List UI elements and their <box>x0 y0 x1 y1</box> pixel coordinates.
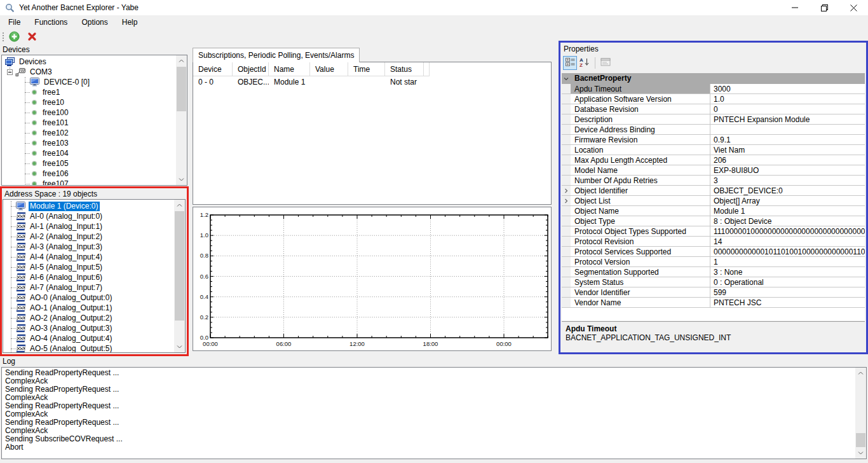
tree-item-devices[interactable]: Devices <box>2 57 176 67</box>
tree-item-free101[interactable]: free101 <box>2 118 176 128</box>
object-item-ao-3-analog-output-3[interactable]: AO-3 (Analog_Output:3) <box>3 323 174 333</box>
object-item-ai-0-analog-input-0[interactable]: AI-0 (Analog_Input:0) <box>3 211 174 221</box>
property-row-object-type[interactable]: Object Type8 : Object Device <box>562 216 865 226</box>
collapse-chevron-icon[interactable] <box>562 73 571 84</box>
property-category-row[interactable]: BacnetProperty <box>562 73 865 84</box>
property-row-location[interactable]: LocationViet Nam <box>562 145 865 155</box>
property-row-protocol-version[interactable]: Protocol Version1 <box>562 257 865 267</box>
alphabetical-sort-button[interactable]: AZ <box>577 56 591 70</box>
object-item-module-1-device-0[interactable]: Module 1 (Device:0) <box>3 201 174 211</box>
property-row-firmware-revision[interactable]: Firmware Revision0.9.1 <box>562 135 865 145</box>
property-value[interactable]: 1110000010000000000000000000000000000000… <box>710 226 865 236</box>
property-row-system-status[interactable]: System Status0 : Operational <box>562 277 865 287</box>
property-value[interactable]: 1.0 <box>710 94 865 104</box>
menu-item-help[interactable]: Help <box>115 15 145 29</box>
object-item-ai-4-analog-input-4[interactable]: AI-4 (Analog_Input:4) <box>3 252 174 262</box>
tree-item-free104[interactable]: free104 <box>2 148 176 158</box>
scroll-up-icon[interactable] <box>176 55 187 66</box>
property-value[interactable] <box>710 125 865 134</box>
tree-item-free1[interactable]: free1 <box>2 87 176 97</box>
tree-item-free102[interactable]: free102 <box>2 128 176 138</box>
categorized-view-button[interactable] <box>563 56 577 70</box>
property-value[interactable]: 1 <box>710 257 865 266</box>
devices-tree-scrollbar[interactable] <box>176 55 187 185</box>
property-row-apdu-timeout[interactable]: Apdu Timeout3000 <box>562 84 865 94</box>
object-item-ai-5-analog-input-5[interactable]: AI-5 (Analog_Input:5) <box>3 262 174 272</box>
tree-item-free103[interactable]: free103 <box>2 138 176 148</box>
property-value[interactable]: PNTECH JSC <box>710 298 865 307</box>
property-pages-button[interactable] <box>599 56 613 70</box>
property-value[interactable]: OBJECT_DEVICE:0 <box>710 186 865 195</box>
object-item-ai-6-analog-input-6[interactable]: AI-6 (Analog_Input:6) <box>3 272 174 282</box>
menu-item-functions[interactable]: Functions <box>27 15 74 29</box>
tree-item-free10[interactable]: free10 <box>2 97 176 107</box>
property-value[interactable]: Viet Nam <box>710 145 865 155</box>
scroll-up-icon[interactable] <box>855 368 866 378</box>
subscriptions-table[interactable]: DeviceObjectIdNameValueTimeStatus 0 - 0O… <box>193 62 552 205</box>
property-value[interactable]: 8 : Object Device <box>710 216 865 226</box>
property-value[interactable]: 0 <box>710 104 865 114</box>
add-device-button[interactable] <box>7 30 22 45</box>
menu-item-file[interactable]: File <box>1 15 27 29</box>
property-row-object-name[interactable]: Object NameModule 1 <box>562 206 865 216</box>
object-item-ao-2-analog-output-2[interactable]: AO-2 (Analog_Output:2) <box>3 313 174 323</box>
property-value[interactable]: 14 <box>710 237 865 246</box>
property-value[interactable]: Module 1 <box>710 206 865 216</box>
object-item-ai-7-analog-input-7[interactable]: AI-7 (Analog_Input:7) <box>3 282 174 293</box>
property-row-database-revision[interactable]: Database Revision0 <box>562 104 865 114</box>
property-value[interactable]: 3000 <box>710 84 865 93</box>
minimize-button[interactable] <box>780 0 810 15</box>
expand-chevron-icon[interactable] <box>562 186 571 195</box>
tree-item-free100[interactable]: free100 <box>2 107 176 118</box>
property-row-number-of-apdu-retries[interactable]: Number Of Apdu Retries3 <box>562 176 865 186</box>
object-item-ai-3-analog-input-3[interactable]: AI-3 (Analog_Input:3) <box>3 242 174 252</box>
tree-item-free107[interactable]: free107 <box>2 179 176 185</box>
trend-chart[interactable]: 0.00.20.40.60.81.01.200:0006:0012:0018:0… <box>193 207 552 351</box>
column-header-status[interactable]: Status <box>385 62 424 76</box>
property-value[interactable]: 3 <box>710 176 865 185</box>
restore-button[interactable] <box>810 0 839 15</box>
property-row-max-apdu-length-accepted[interactable]: Max Apdu Length Accepted206 <box>562 155 865 165</box>
property-value[interactable]: PNTECH Expansion Module <box>710 114 865 124</box>
property-row-device-address-binding[interactable]: Device Address Binding <box>562 125 865 135</box>
object-item-ao-4-analog-output-4[interactable]: AO-4 (Analog_Output:4) <box>3 333 174 343</box>
property-grid[interactable]: BacnetPropertyApdu Timeout3000Applicatio… <box>562 73 865 321</box>
menu-item-options[interactable]: Options <box>74 15 114 29</box>
property-value[interactable]: 599 <box>710 287 865 297</box>
property-row-object-list[interactable]: Object ListObject[] Array <box>562 196 865 206</box>
subscription-row[interactable]: 0 - 0OBJEC...Module 1Not star <box>193 76 551 87</box>
log-box[interactable]: Sending ReadPropertyRequest ...ComplexAc… <box>1 367 867 459</box>
devices-tree[interactable]: DevicesCOM3DEVICE-0 [0]free1free10free10… <box>1 55 187 186</box>
property-row-segmentation-supported[interactable]: Segmentation Supported3 : None <box>562 267 865 277</box>
scrollbar-thumb[interactable] <box>177 67 186 111</box>
tab-subscriptions[interactable]: Subscriptions, Periodic Polling, Events/… <box>193 48 360 62</box>
property-value[interactable]: Object[] Array <box>710 196 865 205</box>
log-scrollbar[interactable] <box>855 368 866 459</box>
property-row-vendor-identifier[interactable]: Vendor Identifier599 <box>562 287 865 298</box>
scroll-down-icon[interactable] <box>855 448 866 459</box>
property-row-protocol-object-types-supported[interactable]: Protocol Object Types Supported111000001… <box>562 226 865 237</box>
property-value[interactable]: EXP-8UI8UO <box>710 165 865 175</box>
close-button[interactable] <box>839 0 868 15</box>
property-value[interactable]: 3 : None <box>710 267 865 277</box>
delete-device-button[interactable] <box>25 30 39 45</box>
property-row-protocol-services-supported[interactable]: Protocol Services Supported0000000000001… <box>562 247 865 257</box>
object-item-ai-1-analog-input-1[interactable]: AI-1 (Analog_Input:1) <box>3 221 174 232</box>
scrollbar-thumb[interactable] <box>175 211 184 321</box>
property-value[interactable]: 0000000000001011010010000000000001100000… <box>710 247 865 256</box>
scroll-down-icon[interactable] <box>176 174 187 185</box>
object-item-ao-5-analog-output-5[interactable]: AO-5 (Analog_Output:5) <box>3 343 174 352</box>
scroll-up-icon[interactable] <box>174 200 185 211</box>
object-item-ao-0-analog-output-0[interactable]: AO-0 (Analog_Output:0) <box>3 293 174 303</box>
column-header-value[interactable]: Value <box>310 62 348 76</box>
object-item-ai-2-analog-input-2[interactable]: AI-2 (Analog_Input:2) <box>3 232 174 242</box>
address-space-scrollbar[interactable] <box>174 200 185 352</box>
tree-item-device-0-0[interactable]: DEVICE-0 [0] <box>2 77 176 87</box>
expand-chevron-icon[interactable] <box>562 196 571 205</box>
column-header-device[interactable]: Device <box>193 62 233 76</box>
property-row-description[interactable]: DescriptionPNTECH Expansion Module <box>562 114 865 125</box>
property-value[interactable]: 0.9.1 <box>710 135 865 144</box>
property-value[interactable]: 0 : Operational <box>710 277 865 287</box>
property-row-protocol-revision[interactable]: Protocol Revision14 <box>562 237 865 247</box>
scroll-down-icon[interactable] <box>174 342 185 352</box>
